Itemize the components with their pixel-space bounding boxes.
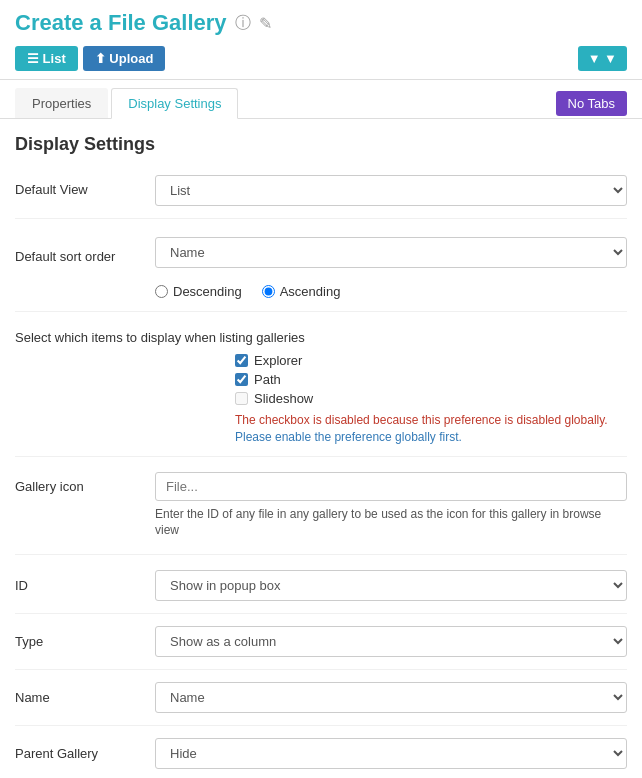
default-sort-label: Default sort order bbox=[15, 242, 155, 264]
tab-display-settings[interactable]: Display Settings bbox=[111, 88, 238, 119]
name-field-select[interactable]: Name Hide Show in popup box bbox=[155, 682, 627, 713]
gallery-icon-row: Gallery icon Enter the ID of any file in… bbox=[15, 472, 627, 556]
explorer-checkbox-label[interactable]: Explorer bbox=[235, 353, 627, 368]
name-field-row: Name Name Hide Show in popup box bbox=[15, 682, 627, 726]
no-tabs-button[interactable]: No Tabs bbox=[556, 91, 627, 116]
list-button[interactable]: ☰ List bbox=[15, 46, 78, 71]
page-title: Create a File Gallery bbox=[15, 10, 227, 36]
default-view-control: List Grid Slideshow bbox=[155, 175, 627, 206]
info-icon[interactable]: ⓘ bbox=[235, 13, 251, 34]
content-area: Display Settings Default View List Grid … bbox=[0, 119, 642, 778]
dropdown-button[interactable]: ▼ ▼ bbox=[578, 46, 627, 71]
gallery-icon-help: Enter the ID of any file in any gallery … bbox=[155, 506, 627, 540]
parent-gallery-control: Hide Show as a column Show in popup box bbox=[155, 738, 627, 769]
name-field-label: Name bbox=[15, 690, 155, 705]
descending-label: Descending bbox=[173, 284, 242, 299]
page-header: Create a File Gallery ⓘ ✎ ☰ List ⬆ Uploa… bbox=[0, 0, 642, 80]
default-view-select[interactable]: List Grid Slideshow bbox=[155, 175, 627, 206]
ascending-label: Ascending bbox=[280, 284, 341, 299]
path-checkbox[interactable] bbox=[235, 373, 248, 386]
type-field-control: Show as a column Show in popup box Hide bbox=[155, 626, 627, 657]
path-label: Path bbox=[254, 372, 281, 387]
disabled-note-text: The checkbox is disabled because this pr… bbox=[235, 413, 608, 427]
checkboxes-container: Explorer Path Slideshow bbox=[235, 353, 627, 406]
id-field-label: ID bbox=[15, 578, 155, 593]
slideshow-checkbox[interactable] bbox=[235, 392, 248, 405]
descending-radio-label[interactable]: Descending bbox=[155, 284, 242, 299]
type-field-select[interactable]: Show as a column Show in popup box Hide bbox=[155, 626, 627, 657]
tabs-bar: Properties Display Settings No Tabs bbox=[0, 80, 642, 119]
slideshow-label: Slideshow bbox=[254, 391, 313, 406]
type-field-row: Type Show as a column Show in popup box … bbox=[15, 626, 627, 670]
path-checkbox-label[interactable]: Path bbox=[235, 372, 627, 387]
sort-direction-group: Descending Ascending bbox=[155, 284, 340, 299]
enable-preference-link[interactable]: Please enable the preference globally fi… bbox=[235, 430, 462, 444]
default-sort-control: Name Date Size Type bbox=[155, 237, 627, 268]
descending-radio[interactable] bbox=[155, 285, 168, 298]
parent-gallery-label: Parent Gallery bbox=[15, 746, 155, 761]
default-sort-select[interactable]: Name Date Size Type bbox=[155, 237, 627, 268]
title-row: Create a File Gallery ⓘ ✎ bbox=[15, 10, 627, 36]
id-field-row: ID Show in popup box Show as a column Hi… bbox=[15, 570, 627, 614]
gallery-items-section: Select which items to display when listi… bbox=[15, 330, 627, 457]
gallery-icon-input[interactable] bbox=[155, 472, 627, 501]
section-title: Display Settings bbox=[15, 134, 627, 155]
listing-section-label: Select which items to display when listi… bbox=[15, 330, 627, 345]
ascending-radio-label[interactable]: Ascending bbox=[262, 284, 341, 299]
explorer-checkbox[interactable] bbox=[235, 354, 248, 367]
gallery-icon-control: Enter the ID of any file in any gallery … bbox=[155, 472, 627, 540]
action-buttons: ☰ List ⬆ Upload bbox=[15, 46, 165, 71]
default-sort-row: Default sort order Name Date Size Type D… bbox=[15, 237, 627, 312]
id-field-control: Show in popup box Show as a column Hide bbox=[155, 570, 627, 601]
parent-gallery-row: Parent Gallery Hide Show as a column Sho… bbox=[15, 738, 627, 778]
tab-properties[interactable]: Properties bbox=[15, 88, 108, 118]
tabs-container: Properties Display Settings bbox=[15, 88, 241, 118]
default-view-label: Default View bbox=[15, 175, 155, 197]
name-field-control: Name Hide Show in popup box bbox=[155, 682, 627, 713]
parent-gallery-select[interactable]: Hide Show as a column Show in popup box bbox=[155, 738, 627, 769]
type-field-label: Type bbox=[15, 634, 155, 649]
upload-button[interactable]: ⬆ Upload bbox=[83, 46, 166, 71]
disabled-note: The checkbox is disabled because this pr… bbox=[235, 412, 615, 446]
default-view-row: Default View List Grid Slideshow bbox=[15, 175, 627, 219]
slideshow-checkbox-label[interactable]: Slideshow bbox=[235, 391, 627, 406]
id-field-select[interactable]: Show in popup box Show as a column Hide bbox=[155, 570, 627, 601]
gallery-icon-label: Gallery icon bbox=[15, 472, 155, 494]
header-actions: ☰ List ⬆ Upload ▼ ▼ bbox=[15, 46, 627, 71]
ascending-radio[interactable] bbox=[262, 285, 275, 298]
explorer-label: Explorer bbox=[254, 353, 302, 368]
edit-icon[interactable]: ✎ bbox=[259, 14, 272, 33]
